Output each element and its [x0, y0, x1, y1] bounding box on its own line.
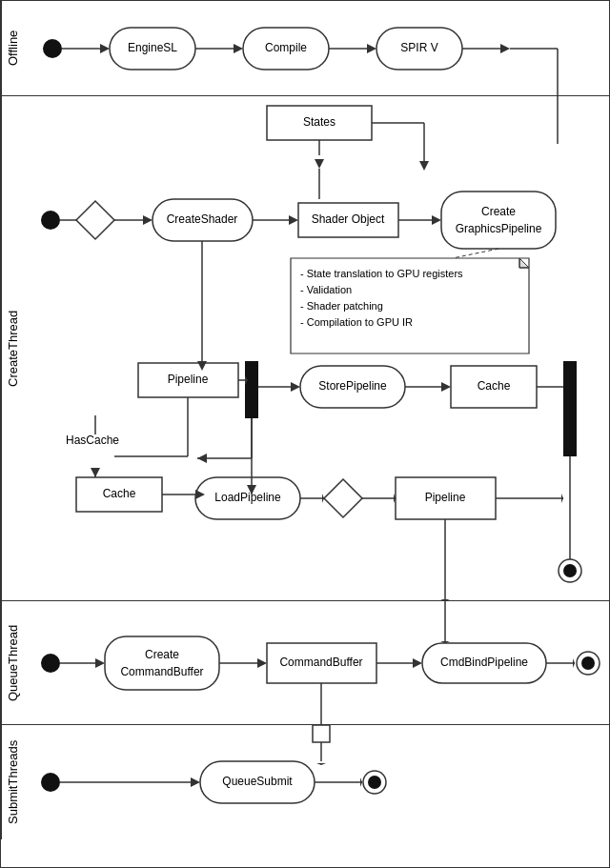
node-createcommandbuffer: Create [145, 648, 179, 661]
svg-marker-45 [441, 382, 451, 392]
note-line4: - Compilation to GPU IR [300, 316, 413, 328]
final-state-submit-inner [368, 776, 381, 789]
svg-marker-18 [419, 161, 429, 171]
svg-marker-42 [291, 382, 300, 392]
svg-line-35 [453, 249, 498, 258]
node-creategraphicspipeline2: GraphicsPipeline [456, 222, 542, 235]
svg-marker-78 [257, 658, 267, 668]
svg-marker-10 [500, 44, 510, 53]
node-enginesl: EngineSL [128, 41, 177, 54]
lane-content-createthread: States CreateShader [24, 96, 609, 600]
svg-marker-73 [197, 454, 207, 463]
svg-marker-75 [95, 658, 105, 668]
node-queuesubmit: QueueSubmit [222, 775, 293, 788]
svg-marker-70 [561, 494, 563, 503]
initial-state-queue [41, 654, 60, 673]
sync-bar-2 [563, 361, 577, 456]
diamond-loadpipeline [324, 479, 362, 517]
svg-marker-56 [91, 468, 100, 477]
node-cache2: Cache [103, 487, 136, 500]
diagram-container: Offline EngineSL Compile [0, 0, 610, 868]
node-compile: Compile [265, 41, 307, 54]
lane-queuethread: QueueThread Create CommandBuffer Command… [1, 601, 609, 725]
lane-submitthreads: SubmitThreads QueueSubmit [1, 725, 609, 839]
node-commandbuffer: CommandBuffer [279, 656, 362, 669]
final-state-queue-inner [581, 656, 595, 670]
node-states: States [303, 115, 336, 129]
svg-marker-23 [315, 159, 324, 169]
node-loadpipeline: LoadPipeline [214, 491, 281, 504]
svg-marker-29 [432, 215, 441, 225]
svg-marker-26 [289, 215, 298, 225]
initial-state-offline [43, 39, 62, 58]
lane-label-createthread: CreateThread [1, 96, 24, 600]
svg-marker-7 [367, 44, 376, 53]
svg-marker-94 [360, 777, 362, 787]
node-cache1: Cache [478, 379, 511, 393]
svg-marker-61 [322, 494, 324, 503]
svg-marker-85 [573, 658, 575, 668]
node-spirv: SPIR V [400, 41, 437, 54]
svg-marker-1 [100, 44, 110, 53]
lane-content-offline: EngineSL Compile SPIR V [24, 1, 609, 95]
final-state-create-inner [563, 564, 577, 577]
svg-marker-4 [234, 44, 243, 53]
node-storepipeline: StorePipeline [318, 379, 387, 393]
svg-marker-89 [191, 777, 200, 787]
note-line3: - Shader patching [300, 300, 383, 312]
note-line1: - State translation to GPU registers [300, 268, 463, 279]
label-hascache: HasCache [66, 434, 119, 447]
note-line2: - Validation [300, 284, 352, 295]
node-pipeline1: Pipeline [168, 373, 209, 386]
svg-rect-30 [441, 192, 556, 249]
lane-label-submitthreads: SubmitThreads [1, 725, 24, 839]
sync-bar-1 [245, 361, 258, 418]
initial-state-create [41, 211, 60, 230]
svg-rect-76 [105, 636, 219, 690]
node-createcommandbuffer2: CommandBuffer [120, 665, 203, 678]
svg-marker-82 [413, 658, 422, 668]
svg-marker-21 [143, 215, 152, 225]
node-shaderobject: Shader Object [312, 212, 385, 226]
lane-label-queuethread: QueueThread [1, 601, 24, 724]
lane-content-submitthreads: QueueSubmit [24, 725, 609, 839]
diamond-start [76, 201, 114, 239]
lane-offline: Offline EngineSL Compile [1, 1, 609, 96]
svg-marker-91 [316, 763, 326, 765]
node-pipeline2: Pipeline [425, 491, 466, 504]
initial-state-submit [41, 773, 60, 792]
node-cmdbindpipeline: CmdBindPipeline [440, 656, 528, 669]
join-node [313, 725, 330, 742]
lane-content-queuethread: Create CommandBuffer CommandBuffer CmdBi… [24, 601, 609, 724]
node-creategraphicspipeline: Create [481, 205, 516, 218]
node-createshader: CreateShader [167, 212, 238, 226]
lane-createthread: CreateThread States [1, 96, 609, 601]
lane-label-offline: Offline [1, 1, 24, 95]
